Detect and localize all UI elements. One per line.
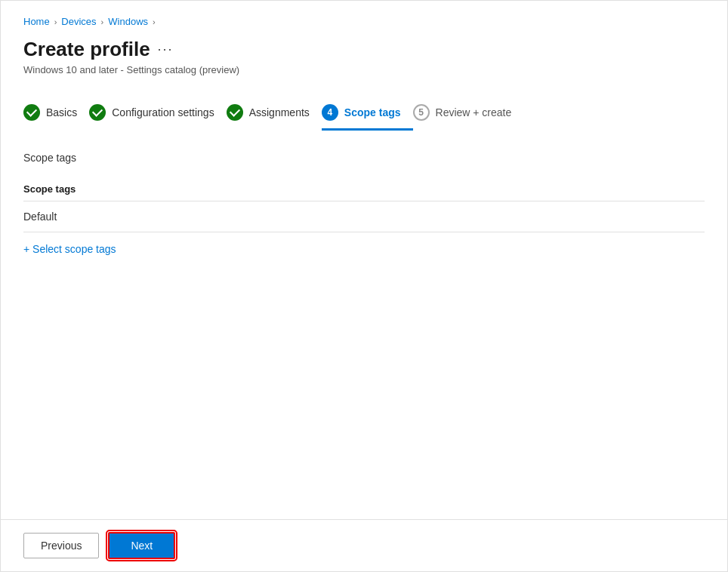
page-title: Create profile xyxy=(23,38,150,61)
breadcrumb-sep-3: › xyxy=(153,17,156,26)
step-assignments-check-icon xyxy=(227,104,243,121)
step-assignments[interactable]: Assignments xyxy=(227,97,322,131)
select-scope-tags-link[interactable]: + Select scope tags xyxy=(23,243,116,255)
section-label: Scope tags xyxy=(23,152,705,164)
table-row: Default xyxy=(23,201,705,232)
step-basics[interactable]: Basics xyxy=(23,97,89,131)
page-subtitle: Windows 10 and later - Settings catalog … xyxy=(23,64,705,75)
step-review-create[interactable]: 5 Review + create xyxy=(413,97,524,131)
wizard-steps: Basics Configuration settings Assignment… xyxy=(23,97,705,131)
breadcrumb-devices[interactable]: Devices xyxy=(61,16,96,27)
breadcrumb: Home › Devices › Windows › xyxy=(23,16,705,27)
scope-tag-value-default: Default xyxy=(23,201,705,232)
previous-button[interactable]: Previous xyxy=(23,533,99,558)
breadcrumb-windows[interactable]: Windows xyxy=(108,16,148,27)
more-options-button[interactable]: ··· xyxy=(158,42,174,57)
step-scope-tags[interactable]: 4 Scope tags xyxy=(322,97,413,131)
step-basics-check-icon xyxy=(23,104,40,121)
scope-tags-column-header: Scope tags xyxy=(23,177,705,201)
scope-tags-table: Scope tags Default xyxy=(23,177,705,232)
step-review-num-icon: 5 xyxy=(413,104,430,121)
step-scope-tags-label: Scope tags xyxy=(344,106,401,118)
footer: Previous Next xyxy=(1,519,727,571)
step-configuration-label: Configuration settings xyxy=(112,106,214,118)
step-configuration-settings[interactable]: Configuration settings xyxy=(89,97,226,131)
next-button[interactable]: Next xyxy=(108,532,175,559)
step-basics-label: Basics xyxy=(46,106,77,118)
breadcrumb-home[interactable]: Home xyxy=(23,16,50,27)
step-review-label: Review + create xyxy=(436,106,512,118)
step-scope-tags-num-icon: 4 xyxy=(322,104,338,121)
step-config-check-icon xyxy=(89,104,106,121)
breadcrumb-sep-2: › xyxy=(101,17,104,26)
page-header: Create profile ··· xyxy=(23,38,705,61)
breadcrumb-sep-1: › xyxy=(54,17,57,26)
step-assignments-label: Assignments xyxy=(249,106,310,118)
